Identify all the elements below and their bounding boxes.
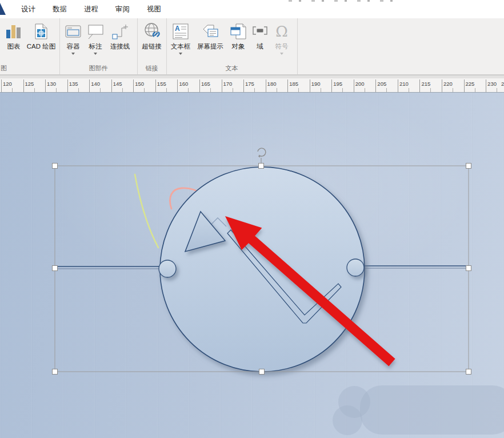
ruler-tick-label: 190: [311, 81, 321, 87]
cloud-watermark: [333, 385, 504, 435]
group-label-text: 文本: [166, 64, 297, 73]
small-circle-left-shape[interactable]: [159, 260, 176, 277]
container-dropdown-arrow-icon[interactable]: [71, 53, 75, 55]
svg-text:Ω: Ω: [275, 23, 288, 40]
ruler-tick-label: 220: [443, 81, 453, 87]
ruler-tick-major: [111, 79, 112, 92]
field-button[interactable]: 域: [249, 21, 271, 50]
container-icon: [63, 22, 83, 41]
ruler-tick-minor: [144, 88, 145, 92]
handle-top-right: [466, 164, 471, 169]
tab-process[interactable]: 进程: [75, 0, 107, 18]
chart-button[interactable]: 图表: [3, 21, 25, 50]
screentip-button[interactable]: 屏幕提示: [193, 21, 227, 50]
handle-mid-left: [53, 266, 58, 271]
ruler-tick-major: [89, 79, 90, 92]
field-button-label: 域: [257, 43, 263, 50]
textbox-dropdown-arrow-icon[interactable]: [179, 53, 182, 55]
ribbon-group-text: A 文本框 屏幕提示: [166, 18, 298, 74]
textbox-button[interactable]: A 文本框: [168, 21, 193, 55]
green-curve-shape[interactable]: [135, 174, 158, 248]
rotation-handle[interactable]: [258, 148, 266, 163]
textbox-icon: A: [171, 22, 190, 41]
ribbon-tab-row: 设计 数据 进程 审阅 视图: [0, 0, 504, 19]
ruler-tick-major: [177, 79, 178, 92]
connector-button[interactable]: 连接线: [106, 21, 134, 50]
handle-top-left: [53, 164, 58, 169]
ruler-tick-label: 125: [25, 81, 34, 87]
ruler-tick-major: [155, 79, 156, 92]
ruler-tick-major: [133, 79, 134, 92]
ruler-partial-label: 2: [501, 81, 504, 87]
ruler-tick-major: [266, 79, 266, 92]
ruler-tick-minor: [56, 88, 57, 92]
symbol-button: Ω 符号: [271, 21, 293, 55]
small-circle-right-shape[interactable]: [347, 259, 364, 276]
tab-design[interactable]: 设计: [13, 0, 44, 18]
large-circle-shape[interactable]: [160, 167, 365, 372]
ruler-tick-major: [199, 79, 200, 92]
clipped-tab-corner: [0, 3, 6, 15]
cad-drawing-icon: [31, 22, 51, 41]
ruler-tick-label: 230: [487, 81, 497, 87]
ruler-tick-major: [486, 79, 486, 92]
cad-drawing-button-label: CAD 绘图: [27, 43, 55, 50]
ruler-tick-label: 170: [223, 81, 233, 87]
ruler-tick-major: [419, 79, 420, 92]
horizontal-line-right[interactable]: [364, 266, 469, 268]
textbox-button-label: 文本框: [171, 43, 191, 50]
ruler-tick-minor: [233, 88, 233, 92]
ruler-tick-minor: [298, 88, 299, 92]
ruler-tick-major: [67, 79, 68, 92]
ruler-tick-label: 130: [47, 81, 56, 87]
ruler-tick-label: 165: [201, 81, 210, 87]
object-button-label: 对象: [232, 43, 245, 50]
ruler-tick-label: 200: [355, 81, 365, 87]
ruler-tick-label: 120: [3, 81, 12, 87]
ruler-tick-label: 145: [113, 81, 122, 87]
ruler-tick-major: [442, 79, 442, 92]
hyperlink-globe-icon: [142, 22, 162, 41]
ruler-tick-major: [1, 79, 2, 92]
ruler-tick-minor: [78, 88, 79, 92]
tab-review[interactable]: 审阅: [107, 0, 138, 18]
tab-view[interactable]: 视图: [138, 0, 170, 18]
ruler-tick-minor: [277, 88, 277, 92]
ruler-tick-major: [222, 79, 222, 92]
ruler-tick-major: [243, 79, 244, 92]
handle-bottom-left: [53, 369, 58, 375]
connector-button-label: 连接线: [110, 43, 130, 50]
ruler-tick-label: 185: [289, 81, 298, 87]
ruler-tick-minor: [122, 88, 123, 92]
drawing-canvas[interactable]: [0, 93, 504, 438]
ruler-tick-major: [287, 79, 288, 92]
ruler-tick-minor: [475, 88, 475, 92]
object-icon: [229, 22, 248, 41]
ruler-tick-major: [464, 79, 465, 92]
screentip-button-label: 屏幕提示: [197, 43, 223, 50]
handle-bottom-right: [466, 369, 471, 375]
ruler-tick-minor: [453, 88, 453, 92]
ruler-tick-major: [331, 79, 332, 92]
ruler-tick-label: 225: [466, 81, 475, 87]
horizontal-line-left[interactable]: [55, 266, 161, 269]
callout-button[interactable]: 标注: [85, 21, 106, 55]
hyperlink-button[interactable]: 超链接: [139, 21, 165, 50]
ruler-tick-label: 135: [69, 81, 78, 87]
object-button[interactable]: 对象: [227, 21, 249, 50]
ruler-tick-label: 180: [267, 81, 277, 87]
tab-data[interactable]: 数据: [44, 0, 75, 18]
callout-dropdown-arrow-icon[interactable]: [94, 53, 97, 55]
chart-icon: [4, 22, 23, 41]
ruler-tick-major: [23, 79, 24, 92]
ruler-tick-label: 160: [179, 81, 188, 87]
field-icon: [250, 22, 270, 41]
ruler: 2 12012513013514014515015516016517017518…: [0, 78, 504, 93]
ruler-tick-minor: [166, 88, 167, 92]
ruler-tick-minor: [342, 88, 343, 92]
container-button[interactable]: 容器: [62, 21, 85, 55]
ruler-tick-label: 215: [421, 81, 430, 87]
group-label-links: 链接: [137, 64, 166, 73]
container-button-label: 容器: [67, 43, 80, 50]
cad-drawing-button[interactable]: CAD 绘图: [25, 21, 58, 50]
